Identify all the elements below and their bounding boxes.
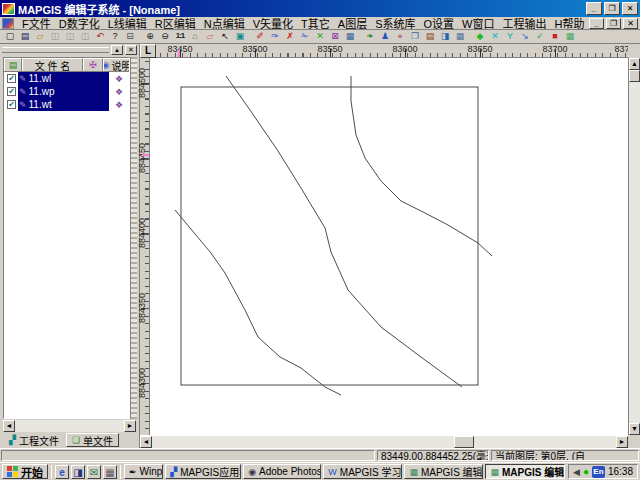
menu-syslib[interactable]: S系统库 (371, 15, 419, 31)
tab-project-files[interactable]: ▞ 工程文件 (4, 433, 64, 447)
horizontal-scrollbar[interactable]: ◄ ► (140, 435, 628, 448)
menu-file[interactable]: F文件 (18, 15, 55, 31)
zoom-one-to-one-icon[interactable]: 1:1 (173, 30, 187, 43)
new-file-icon[interactable]: ▢ (3, 30, 17, 43)
zoom-out-icon[interactable]: ⊖ (158, 30, 172, 43)
menu-line-edit[interactable]: L线编辑 (104, 15, 151, 31)
zoom-in-icon[interactable]: ⊕ (143, 30, 157, 43)
task-button[interactable]: WMAPGIS 学习笔... (323, 464, 402, 479)
menu-layer[interactable]: A图层 (334, 15, 371, 31)
file-state-icon[interactable]: ❖ (109, 74, 129, 84)
close-button[interactable]: ✕ (622, 2, 638, 15)
eraser-icon[interactable]: ▱ (203, 30, 217, 43)
panel-close-button[interactable]: ✕ (125, 45, 137, 55)
panel-hscrollbar[interactable]: ◄ ► (3, 420, 136, 432)
speaker-icon[interactable]: ◀ (573, 467, 580, 477)
node-edit-icon[interactable]: ⊠ (328, 30, 342, 43)
vscroll-thumb[interactable] (629, 70, 640, 82)
print-icon[interactable]: ⊟ (123, 30, 137, 43)
menu-vectorize[interactable]: V矢量化 (249, 15, 297, 31)
region-grid-icon[interactable]: ▦ (453, 30, 467, 43)
restore-button[interactable]: ❐ (604, 2, 620, 15)
save-all-icon[interactable]: ◫ (78, 30, 92, 43)
minimize-button[interactable]: _ (586, 2, 602, 15)
attr-edit-icon[interactable]: ◨ (438, 30, 452, 43)
pointer-arrow-icon[interactable]: ↖ (218, 30, 232, 43)
menu-help[interactable]: H帮助 (550, 15, 588, 31)
tab-single-file[interactable]: ❏ 单文件 (66, 433, 119, 447)
menu-project-output[interactable]: 工程输出 (498, 15, 550, 31)
restore-view-icon[interactable]: ⌂ (188, 30, 202, 43)
task-button[interactable]: ✒Winpe (124, 464, 163, 479)
block-tool-icon[interactable]: ■ (548, 30, 562, 43)
scroll-left-icon[interactable]: ◄ (3, 420, 15, 432)
file-row[interactable]: ✔ ✎11.wt ❖ (4, 98, 129, 111)
channels-icon[interactable]: ◨ (71, 465, 85, 479)
menu-region-edit[interactable]: R区编辑 (151, 15, 200, 31)
file-row[interactable]: ✔ ✎11.wl ❖ (4, 72, 129, 85)
column-filename[interactable]: 文 件 名 (22, 58, 83, 71)
area-fill-icon[interactable]: ❧ (363, 30, 377, 43)
map-canvas[interactable] (150, 58, 628, 435)
vertical-scrollbar[interactable]: ▲ ▼ (628, 58, 640, 435)
task-button[interactable]: ▞MAPGIS应用程... (165, 464, 241, 479)
ie-icon[interactable]: e (55, 465, 69, 479)
task-button[interactable]: ▦MAPGIS 编辑子... (485, 464, 565, 479)
menu-other[interactable]: T其它 (297, 15, 334, 31)
file-checkbox[interactable]: ✔ (7, 87, 16, 96)
input-line-icon[interactable]: ✐ (253, 30, 267, 43)
file-row[interactable]: ✔ ✎11.wp ❖ (4, 85, 129, 98)
document-icon[interactable] (2, 18, 14, 29)
poly-tool-icon[interactable]: ◆ (473, 30, 487, 43)
panel-hscroll-track[interactable] (15, 420, 124, 432)
digitize-icon[interactable]: ♟ (378, 30, 392, 43)
undo-icon[interactable]: ↶ (93, 30, 107, 43)
scroll-up-icon[interactable]: ▲ (629, 58, 640, 70)
panel-header[interactable]: ▴ ✕ (0, 44, 139, 56)
grid-tool-icon[interactable]: ▦ (563, 30, 577, 43)
app-icon[interactable] (2, 3, 15, 15)
check-tool-icon[interactable]: ✓ (533, 30, 547, 43)
x-tool-icon[interactable]: ✕ (488, 30, 502, 43)
edit-line-icon[interactable]: ✑ (268, 30, 282, 43)
panel-grip[interactable] (2, 47, 109, 53)
file-checkbox[interactable]: ✔ (7, 100, 16, 109)
child-minimize-button[interactable]: _ (589, 18, 604, 29)
child-restore-button[interactable]: ❐ (606, 18, 621, 29)
line-grid-icon[interactable]: ▦ (343, 30, 357, 43)
ime-indicator[interactable]: En (592, 466, 605, 478)
copy-icon[interactable]: ❐ (408, 30, 422, 43)
cut-line-icon[interactable]: ✁ (298, 30, 312, 43)
panel-restore-button[interactable]: ▴ (111, 45, 123, 55)
y-tool-icon[interactable]: Y (503, 30, 517, 43)
scroll-right-icon[interactable]: ► (124, 420, 136, 432)
topology-icon[interactable]: ⌖ (393, 30, 407, 43)
link-line-icon[interactable]: ✕ (313, 30, 327, 43)
show-desktop-icon[interactable]: ▦ (103, 465, 117, 479)
menu-settings[interactable]: O设置 (419, 15, 458, 31)
save-file-icon[interactable]: ◫ (48, 30, 62, 43)
start-button[interactable]: 开始 (2, 464, 48, 479)
file-state-icon[interactable]: ❖ (109, 87, 129, 97)
menu-point-edit[interactable]: N点编辑 (200, 15, 249, 31)
hscroll-thumb[interactable] (454, 436, 474, 448)
move-line-icon[interactable]: ✗ (283, 30, 297, 43)
outlook-icon[interactable]: ✉ (87, 465, 101, 479)
paste-icon[interactable]: ▤ (423, 30, 437, 43)
scroll-right-icon[interactable]: ► (616, 436, 628, 448)
refresh-screen-icon[interactable]: ▣ (233, 30, 247, 43)
child-close-button[interactable]: ✕ (623, 18, 638, 29)
column-desc[interactable]: 说明 (111, 58, 129, 71)
file-checkbox[interactable]: ✔ (7, 74, 16, 83)
open-folder-icon[interactable]: ▱ (33, 30, 47, 43)
vscroll-track[interactable] (629, 82, 640, 423)
ruler-corner-button[interactable]: L (140, 44, 156, 58)
help-pointer-icon[interactable]: ? (108, 30, 122, 43)
menu-digitize[interactable]: D数字化 (55, 15, 104, 31)
file-state-icon[interactable]: ❖ (109, 100, 129, 110)
task-button[interactable]: ▦MAPGIS 编辑子... (404, 464, 483, 479)
save-project-icon[interactable]: ◫ (63, 30, 77, 43)
scroll-left-icon[interactable]: ◄ (140, 436, 152, 448)
new-template-icon[interactable]: ▤ (18, 30, 32, 43)
snap-tool-icon[interactable]: ↘ (518, 30, 532, 43)
